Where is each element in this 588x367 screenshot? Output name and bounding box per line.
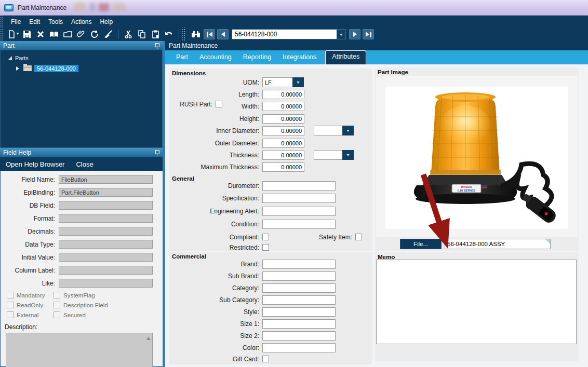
- menu-edit[interactable]: Edit: [25, 18, 44, 25]
- part-panel-header: Part: [0, 41, 163, 50]
- folder-button[interactable]: [61, 28, 74, 40]
- safety-item-checkbox[interactable]: [355, 234, 362, 240]
- field-name-field[interactable]: [59, 175, 153, 184]
- attachment-button[interactable]: [74, 28, 88, 40]
- open-help-browser-button[interactable]: Open Help Browser: [0, 160, 70, 168]
- description-textarea[interactable]: [6, 333, 153, 367]
- menu-tools[interactable]: Tools: [44, 18, 67, 25]
- systemflag-checkbox[interactable]: SystemFlag: [54, 292, 137, 298]
- width-field[interactable]: [262, 102, 304, 111]
- search-book-button[interactable]: [47, 28, 61, 40]
- decimals-label: Decimals:: [1, 228, 59, 235]
- tab-accounting[interactable]: Accounting: [194, 51, 237, 64]
- style-field[interactable]: [262, 307, 336, 317]
- external-checkbox[interactable]: External: [7, 311, 54, 318]
- thickness-uom-combobox[interactable]: [314, 150, 354, 160]
- new-dropdown-caret[interactable]: [16, 33, 19, 36]
- inner-diameter-uom-dropdown-button[interactable]: [342, 126, 354, 135]
- thickness-uom-dropdown-button[interactable]: [342, 150, 354, 160]
- outer-diameter-field[interactable]: [262, 139, 304, 148]
- condition-label: Condition:: [169, 221, 262, 228]
- secured-checkbox[interactable]: Secured: [54, 311, 137, 318]
- undo-icon: [165, 31, 173, 38]
- refresh-button[interactable]: [88, 28, 101, 40]
- filename-input[interactable]: [445, 239, 551, 249]
- description-field-checkbox[interactable]: Description Field: [54, 302, 137, 308]
- sub-brand-field[interactable]: [262, 271, 336, 281]
- undo-button[interactable]: [162, 28, 176, 40]
- uom-dropdown-button[interactable]: [292, 77, 304, 87]
- new-button[interactable]: [7, 28, 20, 40]
- tab-integrations[interactable]: Integrations: [277, 51, 322, 64]
- first-record-button[interactable]: [204, 29, 215, 39]
- epibinding-field[interactable]: [59, 188, 153, 197]
- format-field[interactable]: [59, 214, 153, 223]
- tab-reporting[interactable]: Reporting: [237, 51, 277, 64]
- search-button[interactable]: [189, 28, 203, 40]
- maximum-thickness-field[interactable]: [262, 162, 304, 172]
- paste-button[interactable]: [149, 28, 162, 40]
- inner-diameter-field[interactable]: [262, 126, 304, 135]
- db-field-field[interactable]: [59, 201, 153, 210]
- menu-file[interactable]: File: [7, 18, 25, 25]
- tab-attributes[interactable]: Attributes: [325, 50, 366, 64]
- commercial-title: Commercial: [169, 252, 372, 260]
- menu-help[interactable]: Help: [96, 18, 117, 25]
- inner-diameter-uom-combobox[interactable]: [314, 126, 354, 135]
- decimals-field[interactable]: [59, 227, 153, 236]
- expander-closed-icon[interactable]: [16, 66, 21, 71]
- copy-button[interactable]: [135, 28, 149, 40]
- length-field[interactable]: [262, 90, 304, 99]
- cut-button[interactable]: [122, 28, 135, 40]
- color-field[interactable]: [262, 343, 336, 352]
- part-image-title: Part Image: [375, 67, 579, 75]
- sub-category-field[interactable]: [262, 295, 336, 305]
- compliant-checkbox[interactable]: [262, 234, 269, 240]
- tab-part[interactable]: Part: [170, 51, 194, 64]
- record-dropdown-button[interactable]: [336, 30, 345, 39]
- height-field[interactable]: [262, 114, 304, 124]
- pin-icon[interactable]: [154, 149, 159, 156]
- restricted-checkbox[interactable]: [262, 244, 269, 251]
- engineering-alert-field[interactable]: [262, 207, 336, 216]
- readonly-checkbox[interactable]: ReadOnly: [7, 302, 54, 308]
- brand-field[interactable]: [262, 260, 336, 269]
- file-button[interactable]: File...: [400, 239, 442, 249]
- part-maintenance-window: Part Maintenance File Edit Tools Actions…: [0, 0, 588, 367]
- clear-button[interactable]: [101, 28, 115, 40]
- gift-card-checkbox[interactable]: [262, 356, 269, 362]
- menu-actions[interactable]: Actions: [67, 18, 96, 25]
- mandatory-checkbox[interactable]: Mandatory: [7, 292, 54, 298]
- initial-value-field[interactable]: [59, 253, 153, 262]
- expander-open-icon[interactable]: [8, 56, 12, 60]
- broom-icon: [104, 30, 113, 38]
- size-2-field[interactable]: [262, 331, 336, 341]
- category-field[interactable]: [262, 283, 336, 293]
- column-label-field[interactable]: [59, 266, 153, 275]
- thickness-field[interactable]: [262, 151, 304, 160]
- close-help-button[interactable]: Close: [70, 160, 99, 168]
- memo-textarea[interactable]: [376, 260, 577, 344]
- attributes-content: Dimensions UOM: LF Length: RUSH Part: Wi…: [165, 64, 588, 367]
- delete-button[interactable]: [34, 28, 47, 40]
- save-button[interactable]: [20, 28, 34, 40]
- durometer-field[interactable]: [262, 181, 336, 191]
- selected-part-label[interactable]: 56-044128-000: [34, 65, 78, 72]
- data-type-field[interactable]: [59, 240, 153, 249]
- scroll-up-icon[interactable]: [146, 335, 151, 340]
- record-input[interactable]: [232, 30, 336, 39]
- size-1-field[interactable]: [262, 319, 336, 329]
- uom-combobox[interactable]: LF: [262, 77, 304, 87]
- pin-icon[interactable]: [154, 43, 159, 49]
- specification-field[interactable]: [262, 194, 336, 203]
- previous-record-button[interactable]: [217, 29, 229, 39]
- condition-field[interactable]: [262, 220, 336, 229]
- brand-label: Brand:: [169, 261, 262, 268]
- height-label: Height:: [169, 115, 262, 123]
- next-record-button[interactable]: [349, 29, 360, 39]
- tree-node-parts[interactable]: Parts: [6, 53, 162, 62]
- svg-text:Whelen: Whelen: [461, 185, 472, 188]
- last-record-button[interactable]: [363, 29, 374, 39]
- tree-node-part[interactable]: 56-044128-000: [6, 64, 162, 73]
- like-field[interactable]: [59, 279, 153, 288]
